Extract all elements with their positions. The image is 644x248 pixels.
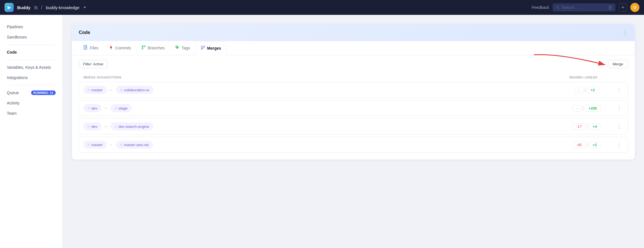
- tab-tags[interactable]: Tags: [170, 41, 195, 55]
- sidebar-item-code[interactable]: Code: [0, 47, 63, 57]
- row-3-target-label: dev: [91, 124, 97, 129]
- search-box[interactable]: /: [553, 3, 615, 11]
- tab-commits-label: Commits: [115, 46, 131, 50]
- row-2-target[interactable]: ⑁ dev: [84, 104, 101, 112]
- tab-commits[interactable]: Commits: [104, 41, 136, 55]
- grid-icon[interactable]: ⊞: [34, 5, 38, 10]
- row-2-ahead: +290: [585, 105, 601, 112]
- row-3-content: ⑁ dev ← ⑁ dev-search-engine: [84, 123, 558, 130]
- sidebar-item-variables[interactable]: Variables, Keys & Assets: [0, 62, 63, 72]
- row-3-stats: -17 | +4: [558, 123, 615, 130]
- queue-badge: RUNNING: 11: [31, 90, 56, 95]
- sidebar-item-team[interactable]: Team: [0, 108, 63, 118]
- table-row: ⑁ master ← ⑁ collaboration-re - | +2: [79, 82, 628, 98]
- tab-branches-label: Branches: [148, 46, 165, 50]
- sidebar-label-activity: Activity: [7, 101, 19, 105]
- merges-tab-icon: [201, 45, 205, 51]
- tabs-bar: Files Commits Branches: [72, 41, 635, 55]
- row-2-target-label: dev: [91, 106, 97, 110]
- sidebar-item-integrations[interactable]: Integrations: [0, 72, 63, 83]
- brand-name: Buddy: [17, 5, 31, 10]
- row-3-behind: -17: [573, 123, 585, 130]
- row-3-arrow: ←: [104, 124, 108, 129]
- main-content: Code ⋮ Files Commits: [63, 15, 644, 248]
- row-2-source[interactable]: ⑁ stage: [111, 104, 131, 112]
- tab-tags-label: Tags: [182, 46, 190, 50]
- sidebar: Pipelines Sandboxes Code Variables, Keys…: [0, 15, 63, 248]
- row-4-arrow: ←: [109, 142, 113, 147]
- project-dropdown[interactable]: [83, 5, 87, 9]
- toolbar: Filter: Active Merge: [72, 55, 635, 73]
- row-4-source[interactable]: ⑁ master-aws-sts: [116, 141, 153, 148]
- row-4-menu[interactable]: ⋮: [615, 141, 623, 148]
- sidebar-item-queue[interactable]: Queue RUNNING: 11: [0, 88, 63, 98]
- tab-branches[interactable]: Branches: [137, 41, 169, 55]
- svg-point-2: [110, 47, 112, 48]
- branches-tab-icon: [141, 45, 146, 51]
- row-4-source-label: master-aws-sts: [124, 143, 149, 147]
- sidebar-label-team: Team: [7, 111, 17, 116]
- row-1-target[interactable]: ⑁ master: [84, 86, 106, 94]
- row-4-target-label: master: [91, 143, 103, 147]
- row-3-source[interactable]: ⑁ dev-search-engine: [111, 123, 153, 130]
- logo-icon[interactable]: ▶: [5, 3, 14, 12]
- row-4-ahead: +2: [589, 142, 601, 148]
- row-2-stats: - | +290: [558, 105, 615, 112]
- merge-button[interactable]: Merge: [608, 60, 628, 68]
- code-card-title: Code: [79, 30, 90, 35]
- row-1-arrow: ←: [109, 88, 113, 92]
- row-2-content: ⑁ dev ← ⑁ stage: [84, 104, 558, 112]
- row-2-behind: -: [573, 105, 581, 112]
- row-3-ahead: +4: [589, 123, 601, 130]
- row-4-stats: -80 | +2: [558, 142, 615, 148]
- row-2-source-label: stage: [118, 106, 128, 110]
- sidebar-label-pipelines: Pipelines: [7, 25, 23, 29]
- code-card-header: Code ⋮: [72, 24, 635, 41]
- table-row: ⑁ dev ← ⑁ stage - | +290 ⋮: [79, 100, 628, 116]
- row-1-source-label: collaboration-re: [124, 88, 150, 92]
- tab-files[interactable]: Files: [79, 41, 103, 55]
- merge-table: MERGE SUGGESTIONS BEHIND | AHEAD ⑁ maste…: [72, 73, 635, 160]
- sidebar-divider-3: [7, 85, 56, 85]
- avatar[interactable]: O: [630, 3, 639, 12]
- table-header: MERGE SUGGESTIONS BEHIND | AHEAD: [79, 73, 628, 82]
- row-1-source[interactable]: ⑁ collaboration-re: [116, 86, 153, 94]
- code-card: Code ⋮ Files Commits: [72, 24, 635, 160]
- table-row: ⑁ dev ← ⑁ dev-search-engine -17 | +4: [79, 118, 628, 134]
- tab-merges-label: Merges: [207, 46, 221, 51]
- code-card-menu-icon[interactable]: ⋮: [622, 29, 628, 36]
- search-slash: /: [608, 5, 612, 10]
- row-4-content: ⑁ master ← ⑁ master-aws-sts: [84, 141, 558, 148]
- row-4-target[interactable]: ⑁ master: [84, 141, 106, 148]
- col-behind-ahead-header: BEHIND | AHEAD: [555, 76, 612, 79]
- sidebar-item-sandboxes[interactable]: Sandboxes: [0, 32, 63, 42]
- tab-files-label: Files: [90, 46, 98, 50]
- tab-merges[interactable]: Merges: [196, 41, 226, 55]
- sidebar-divider-2: [7, 60, 56, 60]
- row-1-menu[interactable]: ⋮: [615, 86, 623, 93]
- nav-separator: /: [41, 5, 43, 11]
- sidebar-item-pipelines[interactable]: Pipelines: [0, 22, 63, 32]
- row-1-stats: - | +2: [558, 87, 615, 93]
- row-3-target[interactable]: ⑁ dev: [84, 123, 101, 130]
- sidebar-label-code: Code: [7, 50, 17, 55]
- row-2-menu[interactable]: ⋮: [615, 105, 623, 112]
- table-row: ⑁ master ← ⑁ master-aws-sts -80 | +2: [79, 137, 628, 153]
- filter-button[interactable]: Filter: Active: [79, 60, 108, 68]
- project-name[interactable]: buddy-knowledge: [46, 5, 80, 10]
- commits-tab-icon: [109, 45, 113, 51]
- tags-tab-icon: [175, 45, 180, 51]
- layout: Pipelines Sandboxes Code Variables, Keys…: [0, 15, 644, 248]
- sidebar-label-integrations: Integrations: [7, 75, 28, 80]
- row-2-arrow: ←: [104, 106, 108, 110]
- sidebar-item-activity[interactable]: Activity: [0, 98, 63, 108]
- row-3-source-label: dev-search-engine: [118, 124, 149, 129]
- sidebar-label-queue: Queue: [7, 90, 19, 95]
- search-input[interactable]: [562, 5, 606, 10]
- feedback-link[interactable]: Feedback: [532, 5, 549, 10]
- row-3-menu[interactable]: ⋮: [615, 123, 623, 130]
- sidebar-label-sandboxes: Sandboxes: [7, 35, 27, 39]
- row-1-content: ⑁ master ← ⑁ collaboration-re: [84, 86, 558, 94]
- row-1-ahead: +2: [587, 87, 599, 93]
- add-button[interactable]: +: [619, 3, 627, 11]
